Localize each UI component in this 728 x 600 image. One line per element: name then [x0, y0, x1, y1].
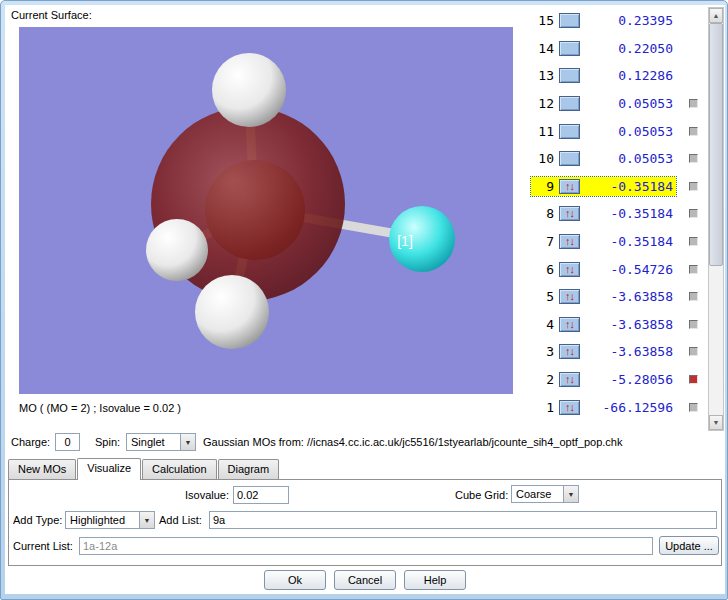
update-button[interactable]: Update ...: [659, 536, 719, 555]
mo-number: 1: [534, 400, 554, 415]
mo-include-checkbox[interactable]: [689, 292, 698, 301]
mo-list: 150.23395140.22050130.12286120.05053110.…: [531, 7, 708, 421]
scroll-up-button[interactable]: ▲: [709, 8, 723, 23]
mo-row-main: 6↑↓-0.54726: [531, 260, 676, 279]
mo-occupancy-box[interactable]: [559, 96, 580, 111]
tab-new-mos[interactable]: New MOs: [8, 459, 76, 479]
mo-row[interactable]: 120.05053: [531, 90, 708, 118]
mo-row-main: 100.05053: [531, 149, 676, 168]
mo-number: 7: [534, 234, 554, 249]
footer-buttons: Ok Cancel Help: [5, 570, 725, 590]
mo-row[interactable]: 9↑↓-0.35184: [531, 173, 708, 201]
chevron-down-icon: ▼: [139, 512, 154, 528]
mo-include-checkbox[interactable]: [689, 182, 698, 191]
mo-include-checkbox[interactable]: [689, 237, 698, 246]
add-list-input[interactable]: [209, 511, 717, 529]
mo-list-scrollbar[interactable]: ▲ ▼: [708, 7, 724, 431]
electron-pair-icon: ↑↓: [565, 319, 574, 330]
add-type-select[interactable]: Highlighted ▼: [65, 511, 155, 529]
mo-occupancy-box[interactable]: [559, 13, 580, 28]
spin-select-value: Singlet: [127, 436, 180, 448]
mo-row[interactable]: 140.22050: [531, 35, 708, 63]
hydrogen-atom-bottom[interactable]: [195, 275, 269, 349]
help-button[interactable]: Help: [404, 570, 466, 590]
cancel-button[interactable]: Cancel: [334, 570, 396, 590]
mo-row[interactable]: 100.05053: [531, 145, 708, 173]
mo-row[interactable]: 1↑↓-66.12596: [531, 393, 708, 421]
molecule-scene: [1]: [19, 27, 513, 394]
mo-occupancy-box[interactable]: ↑↓: [559, 344, 580, 359]
molecule-viewport[interactable]: [1]: [19, 27, 513, 394]
tab-visualize[interactable]: Visualize: [77, 458, 141, 480]
mo-number: 3: [534, 344, 554, 359]
mo-row-main: 4↑↓-3.63858: [531, 315, 676, 334]
mo-occupancy-box[interactable]: ↑↓: [559, 400, 580, 415]
mo-number: 14: [534, 41, 554, 56]
mo-row[interactable]: 4↑↓-3.63858: [531, 311, 708, 339]
mo-include-checkbox[interactable]: [689, 403, 698, 412]
mo-row[interactable]: 5↑↓-3.63858: [531, 283, 708, 311]
cube-grid-label: Cube Grid:: [455, 489, 508, 501]
mo-row[interactable]: 6↑↓-0.54726: [531, 255, 708, 283]
tab-calculation[interactable]: Calculation: [142, 459, 216, 479]
spin-select[interactable]: Singlet ▼: [126, 433, 196, 451]
mo-caption: MO ( (MO = 2) ; Isovalue = 0.02 ): [19, 402, 181, 414]
mo-row[interactable]: 8↑↓-0.35184: [531, 200, 708, 228]
mo-occupancy-box[interactable]: ↑↓: [559, 289, 580, 304]
mo-occupancy-box[interactable]: ↑↓: [559, 372, 580, 387]
hydrogen-atom-top[interactable]: [212, 53, 286, 127]
mo-energy: 0.12286: [585, 68, 673, 83]
mo-occupancy-box[interactable]: [559, 151, 580, 166]
mo-row[interactable]: 3↑↓-3.63858: [531, 338, 708, 366]
mo-energy: -3.63858: [585, 344, 673, 359]
visualize-panel: Isovalue: Cube Grid: Coarse ▼ Add Type: …: [8, 479, 722, 566]
scroll-down-button[interactable]: ▼: [709, 415, 723, 430]
mo-occupancy-box[interactable]: [559, 124, 580, 139]
mo-row[interactable]: 110.05053: [531, 117, 708, 145]
mo-number: 6: [534, 262, 554, 277]
mo-include-checkbox[interactable]: [689, 347, 698, 356]
add-type-label: Add Type:: [13, 514, 62, 526]
mo-include-checkbox[interactable]: [689, 127, 698, 136]
mo-occupancy-box[interactable]: ↑↓: [559, 262, 580, 277]
mo-occupancy-box[interactable]: ↑↓: [559, 179, 580, 194]
mo-energy: -0.35184: [585, 179, 673, 194]
mo-include-checkbox[interactable]: [689, 154, 698, 163]
mo-energy: -3.63858: [585, 317, 673, 332]
mo-row[interactable]: 7↑↓-0.35184: [531, 228, 708, 256]
mo-include-checkbox[interactable]: [689, 265, 698, 274]
current-list-input[interactable]: [79, 537, 653, 555]
chevron-down-icon: ▼: [180, 434, 195, 450]
scrollbar-track[interactable]: [709, 23, 723, 415]
add-type-select-value: Highlighted: [66, 514, 139, 526]
electron-pair-icon: ↑↓: [565, 236, 574, 247]
dialog-body: Current Surface:: [5, 5, 725, 594]
scrollbar-thumb[interactable]: [709, 23, 723, 266]
mo-number: 10: [534, 151, 554, 166]
mo-row-main: 150.23395: [531, 11, 676, 30]
isovalue-input[interactable]: [233, 486, 289, 504]
mo-row[interactable]: 130.12286: [531, 62, 708, 90]
charge-input[interactable]: [55, 433, 80, 451]
electron-pair-icon: ↑↓: [565, 346, 574, 357]
ok-button[interactable]: Ok: [264, 570, 326, 590]
mo-occupancy-box[interactable]: [559, 41, 580, 56]
mo-occupancy-box[interactable]: ↑↓: [559, 206, 580, 221]
mo-number: 8: [534, 206, 554, 221]
mo-include-checkbox[interactable]: [689, 99, 698, 108]
cube-grid-select-value: Coarse: [512, 488, 563, 500]
mo-occupancy-box[interactable]: [559, 68, 580, 83]
mo-occupancy-box[interactable]: ↑↓: [559, 234, 580, 249]
tab-diagram[interactable]: Diagram: [218, 459, 280, 479]
hydrogen-atom-left[interactable]: [146, 219, 208, 281]
mo-row-main: 9↑↓-0.35184: [531, 177, 676, 196]
mo-row[interactable]: 150.23395: [531, 7, 708, 35]
cube-grid-select[interactable]: Coarse ▼: [511, 485, 579, 503]
mo-row[interactable]: 2↑↓-5.28056: [531, 366, 708, 394]
mo-include-checkbox[interactable]: [689, 209, 698, 218]
mo-include-checkbox[interactable]: [689, 375, 698, 384]
mo-energy: 0.05053: [585, 124, 673, 139]
mo-row-main: 7↑↓-0.35184: [531, 232, 676, 251]
mo-include-checkbox[interactable]: [689, 320, 698, 329]
mo-occupancy-box[interactable]: ↑↓: [559, 317, 580, 332]
